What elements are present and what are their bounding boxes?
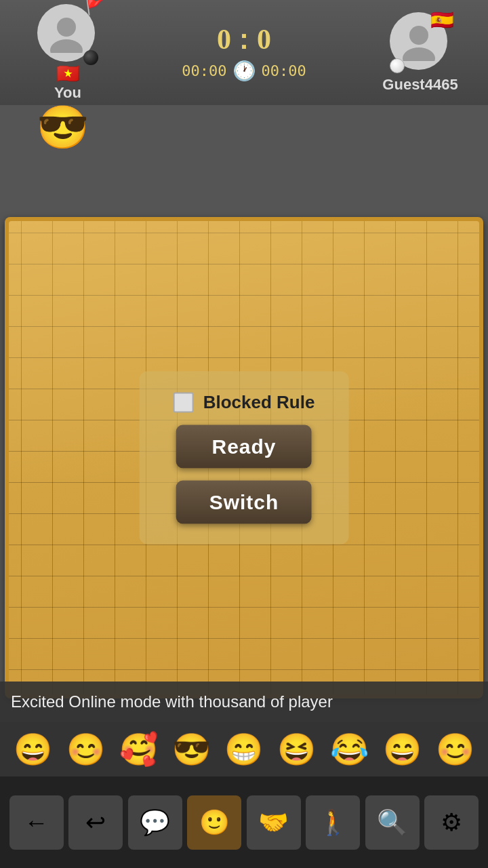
board-overlay: Blocked Rule Ready Switch [140, 372, 349, 545]
emoji-7[interactable]: 😂 [330, 731, 369, 768]
stone-black [83, 50, 98, 65]
flag-left: 🇻🇳 [57, 66, 79, 81]
emoji-5[interactable]: 😁 [224, 731, 263, 768]
score-center: 0 : 0 00:00 🕐 00:00 [182, 23, 306, 82]
game-board[interactable]: Blocked Rule Ready Switch [9, 221, 479, 694]
handshake-icon: 🤝 [258, 808, 289, 837]
undo-button[interactable]: ↩ [68, 795, 123, 850]
search-icon: 🔍 [377, 808, 407, 837]
player-right-name: Guest4465 [382, 76, 458, 94]
emoji-3[interactable]: 🥰 [119, 731, 158, 768]
emoji-8[interactable]: 😄 [383, 731, 422, 768]
back-button[interactable]: ← [9, 795, 64, 850]
svg-point-2 [409, 26, 428, 45]
blocked-rule-row: Blocked Rule [174, 392, 315, 413]
gear-icon: ⚙ [441, 808, 462, 837]
stone-white [390, 58, 405, 73]
emoji-1[interactable]: 😄 [14, 731, 52, 768]
search-button[interactable]: 🔍 [365, 795, 420, 850]
banner-text: Excited Online mode with thousand of pla… [11, 692, 333, 711]
leave-icon: 🚶 [318, 808, 348, 837]
header: 🚩 🇻🇳 You 0 : 0 00:00 🕐 00:00 [0, 0, 488, 105]
player-left-name: You [54, 84, 81, 102]
timer-left: 00:00 [182, 62, 226, 79]
emoji-4[interactable]: 😎 [172, 731, 211, 768]
svg-point-3 [403, 47, 435, 61]
timer-right: 00:00 [262, 62, 306, 79]
emoji-2[interactable]: 😊 [66, 731, 105, 768]
leave-button[interactable]: 🚶 [306, 795, 360, 850]
switch-button[interactable]: Switch [176, 481, 312, 524]
chat-icon: 💬 [140, 808, 170, 837]
flag-marker-left: 🚩 [85, 0, 104, 16]
back-icon: ← [24, 808, 49, 837]
timer-row: 00:00 🕐 00:00 [182, 60, 306, 82]
score-row: 0 : 0 [217, 23, 271, 56]
emoji-icon: 🙂 [199, 808, 230, 837]
emoji-bar: 😄 😊 🥰 😎 😁 😆 😂 😄 😊 [0, 722, 488, 776]
avatar-left-wrap: 🚩 [37, 4, 98, 65]
undo-icon: ↩ [85, 808, 106, 837]
emoji-6[interactable]: 😆 [277, 731, 316, 768]
svg-point-1 [50, 39, 83, 53]
emoji-button[interactable]: 🙂 [187, 795, 241, 850]
svg-point-0 [57, 18, 76, 37]
blocked-rule-label: Blocked Rule [203, 392, 315, 413]
avatar-right-wrap: 🇪🇸 [390, 12, 451, 73]
bottom-toolbar: ← ↩ 💬 🙂 🤝 🚶 🔍 ⚙ [0, 776, 488, 868]
bottom-banner: Excited Online mode with thousand of pla… [0, 682, 488, 722]
emoji-avatar: 😎 [37, 102, 88, 153]
clock-icon: 🕐 [232, 60, 256, 82]
person-icon-left [46, 12, 87, 53]
chat-button[interactable]: 💬 [128, 795, 182, 850]
blocked-rule-checkbox[interactable] [174, 392, 194, 412]
settings-button[interactable]: ⚙ [424, 795, 479, 850]
emoji-9[interactable]: 😊 [436, 731, 474, 768]
flag-right: 🇪🇸 [430, 9, 454, 31]
score-sep: : [239, 23, 249, 56]
score-left: 0 [217, 23, 231, 56]
player-right: 🇪🇸 Guest4465 [366, 12, 474, 94]
draw-button[interactable]: 🤝 [247, 795, 301, 850]
ready-button[interactable]: Ready [176, 425, 312, 469]
player-left: 🚩 🇻🇳 You [14, 4, 122, 102]
score-right: 0 [257, 23, 271, 56]
board-container: Blocked Rule Ready Switch [5, 217, 483, 698]
